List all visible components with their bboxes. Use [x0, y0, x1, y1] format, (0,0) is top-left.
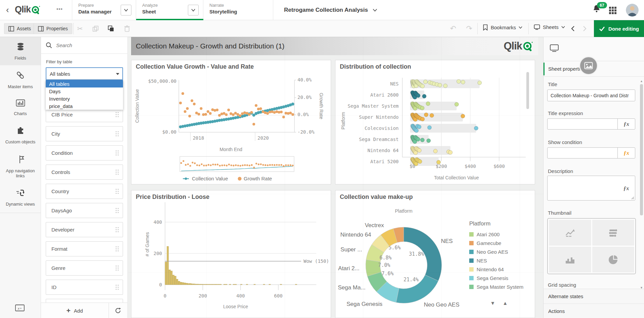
field-label: DaysAgo: [51, 208, 72, 213]
assets-toggle-button[interactable]: Assets: [4, 23, 35, 34]
cut-icon[interactable]: ✂: [76, 25, 84, 33]
app-title-menu[interactable]: Retrogame Collection Analysis: [284, 0, 377, 20]
description-textarea[interactable]: ƒx: [547, 176, 635, 201]
field-item-format[interactable]: Format: [46, 241, 123, 256]
dropdown-option-inventory[interactable]: Inventory: [46, 95, 123, 102]
thumbnail-picker[interactable]: [547, 218, 636, 274]
field-label: Controls: [51, 169, 70, 175]
svg-text:NES: NES: [441, 238, 453, 244]
field-item-genre[interactable]: Genre: [46, 260, 123, 276]
copy-icon[interactable]: [91, 25, 99, 33]
chart-collection-value-makeup[interactable]: Collection value make-up PlatformNES31.8…: [335, 190, 535, 318]
fx-expression-button[interactable]: ƒx: [617, 119, 635, 129]
previous-sheet-chevron[interactable]: [569, 25, 577, 33]
title-expression-input[interactable]: ƒx: [547, 118, 635, 130]
field-item-controls[interactable]: Controls: [46, 165, 123, 180]
svg-text:▲: ▲: [503, 300, 508, 306]
notifications-bell[interactable]: 67: [592, 4, 607, 16]
nav-dropdown-button[interactable]: [188, 5, 199, 15]
sheets-button[interactable]: Sheets: [534, 24, 565, 30]
thumbnail-pie-chart-cell: [592, 247, 635, 273]
drag-handle-icon[interactable]: [116, 170, 119, 175]
drag-handle-icon[interactable]: [116, 227, 119, 232]
sidebar-item-fields[interactable]: Fields: [0, 37, 41, 65]
sidebar-item-charts[interactable]: Charts: [0, 94, 41, 121]
next-sheet-chevron[interactable]: [581, 25, 589, 33]
chart-distribution-of-collection[interactable]: Distribution of collection PlatformNESAt…: [335, 60, 535, 184]
field-item-country[interactable]: Country: [46, 184, 123, 199]
svg-text:$0.00: $0.00: [162, 129, 176, 135]
dropdown-option-days[interactable]: Days: [46, 87, 123, 95]
undo-icon[interactable]: ↶: [449, 25, 457, 33]
drag-handle-icon[interactable]: [116, 208, 119, 213]
add-button[interactable]: + Add: [41, 303, 108, 318]
divider: [0, 213, 41, 213]
sidebar-item-custom-objects[interactable]: Custom objects: [0, 121, 41, 149]
properties-scrollbar[interactable]: ▲ ▼: [640, 79, 643, 302]
nav-section-sheet[interactable]: Analyze Sheet: [136, 0, 203, 20]
variables-icon[interactable]: x=: [15, 304, 25, 313]
drag-handle-icon[interactable]: [116, 131, 119, 136]
divider: [528, 23, 529, 34]
chart-price-distribution-loose[interactable]: Price Distribution - Loose 0200400# of G…: [131, 190, 331, 318]
paste-icon[interactable]: [107, 25, 115, 33]
back-chevron-icon[interactable]: ‹: [6, 5, 9, 15]
search-input[interactable]: [56, 42, 113, 48]
sheet-properties-icon[interactable]: [550, 44, 559, 52]
field-item-condition[interactable]: Condition: [46, 145, 123, 161]
drag-handle-icon[interactable]: [116, 266, 119, 271]
actions-section[interactable]: Actions: [544, 304, 644, 318]
dropdown-option-all-tables[interactable]: All tables: [46, 80, 123, 87]
checkmark-icon: [599, 26, 605, 31]
drag-handle-icon[interactable]: [116, 189, 119, 194]
properties-toggle-button[interactable]: Properties: [34, 23, 72, 34]
done-editing-button[interactable]: Done editing: [594, 20, 644, 37]
dynamic-views-icon: [16, 188, 25, 199]
fx-expression-button-active[interactable]: ƒx: [617, 148, 635, 158]
qlik-logo[interactable]: Qlik: [15, 4, 41, 15]
scrollbar-thumb[interactable]: [640, 84, 643, 215]
more-menu-icon[interactable]: •••: [56, 6, 63, 12]
svg-text:7.6%: 7.6%: [381, 271, 394, 277]
svg-text:Super ...: Super ...: [340, 246, 362, 253]
user-avatar[interactable]: [626, 4, 639, 16]
delete-trash-icon[interactable]: [123, 25, 131, 33]
resize-handle-icon[interactable]: [631, 197, 634, 200]
redo-icon[interactable]: ↷: [465, 25, 473, 33]
field-item-daysago[interactable]: DaysAgo: [46, 203, 123, 218]
field-item-id[interactable]: ID: [46, 280, 123, 295]
show-condition-input[interactable]: ƒx: [547, 147, 635, 158]
drag-handle-icon[interactable]: [116, 112, 119, 117]
qlik-logo-watermark: Qlik: [504, 40, 533, 52]
title-input[interactable]: [547, 90, 635, 101]
svg-text:-20.0%: -20.0%: [297, 129, 315, 135]
sidebar-item-dynamic-views[interactable]: Dynamic views: [0, 183, 41, 211]
table-filter-select[interactable]: All tables: [46, 67, 123, 80]
sidebar-item-app-navigation-links[interactable]: App navigation links: [0, 149, 41, 183]
refresh-fields-button[interactable]: [109, 303, 127, 318]
app-launcher-icon[interactable]: [609, 7, 616, 14]
drag-handle-icon[interactable]: [116, 150, 119, 155]
nav-section-storytelling[interactable]: Narrate Storytelling: [203, 0, 273, 20]
drag-handle-icon[interactable]: [116, 246, 119, 251]
field-item-city[interactable]: City: [46, 126, 123, 141]
chart-title: Collection value make-up: [340, 193, 413, 201]
scroll-up-arrow[interactable]: ▲: [640, 79, 643, 83]
thumbnail-image-button[interactable]: [579, 56, 598, 75]
nav-section-label: Analyze: [142, 3, 158, 8]
sidebar-item-master-items[interactable]: Master items: [0, 65, 41, 94]
svg-text:31.8%: 31.8%: [409, 251, 424, 257]
chart-collection-value-growth[interactable]: Collection Value Growth - Value and Rate…: [131, 60, 331, 184]
dropdown-option-price_data[interactable]: price_data: [46, 102, 123, 110]
field-item-developer[interactable]: Developer: [46, 222, 123, 237]
field-label: CIB Price: [51, 112, 73, 117]
nav-section-data-manager[interactable]: Prepare Data manager: [72, 0, 136, 20]
drag-handle-icon[interactable]: [116, 285, 119, 290]
sheet-title-bar[interactable]: Collection Makeup - Growth and Distribut…: [131, 37, 538, 55]
bookmarks-button[interactable]: Bookmarks: [483, 24, 522, 31]
qlik-q-icon: [31, 5, 41, 14]
nav-dropdown-button[interactable]: [121, 5, 131, 15]
scroll-down-arrow[interactable]: ▼: [640, 286, 643, 289]
fx-expression-button[interactable]: ƒx: [617, 183, 635, 193]
alternate-states-section[interactable]: Alternate states: [544, 289, 644, 304]
